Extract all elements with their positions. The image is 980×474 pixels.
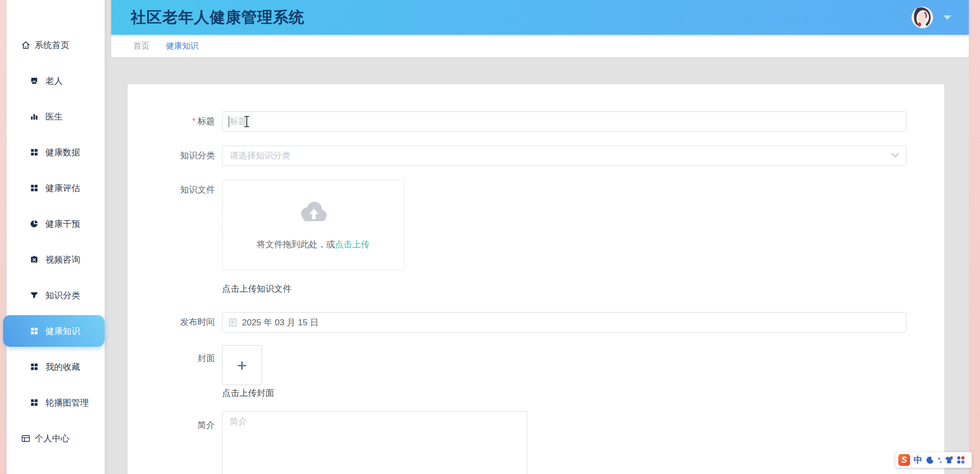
- sidebar-item-label: 系统首页: [35, 39, 69, 51]
- sidebar-item-label: 个人中心: [35, 433, 69, 444]
- intro-label: 简介: [128, 411, 222, 474]
- bar-chart-icon: [30, 112, 39, 121]
- sidebar-item-label: 健康数据: [45, 147, 80, 158]
- sidebar-item-health-knowledge[interactable]: 健康知识: [3, 315, 105, 347]
- form-row-cover: 封面 + 点击上传封面: [128, 345, 906, 399]
- home-icon: [21, 40, 31, 50]
- upload-link[interactable]: 点击上传: [335, 240, 370, 249]
- text-caret: [229, 116, 229, 127]
- window-edge-left: [0, 0, 7, 474]
- app-title: 社区老年人健康管理系统: [131, 7, 912, 28]
- clipboard-icon: [30, 255, 39, 264]
- sidebar-item-personal-center[interactable]: 个人中心: [7, 420, 105, 456]
- sidebar-item-label: 健康干预: [45, 218, 80, 230]
- sogou-logo-icon[interactable]: S: [898, 454, 910, 466]
- content-area: *标题 知识分类: [111, 57, 969, 474]
- sidebar-item-label: 视频咨询: [45, 254, 80, 266]
- upload-cloud-icon: [297, 200, 330, 224]
- sidebar-item-label: 知识分类: [45, 290, 80, 301]
- sidebar-item-label: 健康评估: [45, 182, 80, 194]
- avatar[interactable]: [912, 7, 933, 28]
- chevron-down-icon[interactable]: [943, 15, 951, 20]
- title-field-wrap: [222, 111, 906, 132]
- screen: 系统首页老人医生健康数据健康评估健康干预视频咨询知识分类健康知识我的收藏轮播图管…: [0, 0, 980, 474]
- sidebar-item-label: 健康知识: [45, 325, 80, 337]
- sidebar-item-label: 医生: [45, 111, 63, 123]
- cover-upload-box[interactable]: +: [222, 345, 262, 385]
- title-input[interactable]: [222, 111, 906, 132]
- grid-icon: [30, 148, 39, 157]
- moon-icon[interactable]: [926, 456, 934, 464]
- upload-dragger[interactable]: 将文件拖到此处，或点击上传: [222, 180, 404, 270]
- form-row-title: *标题: [128, 111, 906, 132]
- grid-icon: [30, 398, 39, 407]
- sidebar-item-video-consultation[interactable]: 视频咨询: [7, 242, 105, 277]
- grid-icon: [30, 326, 39, 336]
- date-field-wrap: [222, 312, 906, 333]
- form-row-intro: 简介: [128, 411, 906, 474]
- breadcrumb-current[interactable]: 健康知识: [166, 41, 199, 52]
- publish-date-input[interactable]: [222, 312, 906, 333]
- sidebar-item-health-assessment[interactable]: 健康评估: [7, 170, 105, 206]
- sidebar: 系统首页老人医生健康数据健康评估健康干预视频咨询知识分类健康知识我的收藏轮播图管…: [7, 0, 105, 474]
- cover-label: 封面: [128, 345, 222, 399]
- category-select[interactable]: [222, 146, 906, 166]
- form-row-date: 发布时间: [128, 312, 906, 333]
- ime-toolbar: S 中 °,: [895, 452, 972, 468]
- file-label: 知识文件: [128, 180, 222, 295]
- sidebar-item-label: 轮播图管理: [45, 397, 89, 409]
- skin-shirt-icon[interactable]: [945, 456, 953, 464]
- sidebar-item-my-favorites[interactable]: 我的收藏: [7, 349, 105, 385]
- sidebar-item-system-home[interactable]: 系统首页: [7, 27, 105, 63]
- sidebar-item-knowledge-category[interactable]: 知识分类: [7, 277, 105, 313]
- avatar-image: [912, 7, 933, 28]
- drag-text: 将文件拖到此处，或点击上传: [223, 239, 404, 250]
- sidebar-item-label: 我的收藏: [45, 361, 80, 373]
- elderly-icon: [30, 76, 39, 85]
- grid-icon: [30, 362, 39, 371]
- postcard-icon: [21, 434, 31, 443]
- breadcrumb: 首页 健康知识: [111, 35, 969, 57]
- required-asterisk: *: [192, 116, 195, 126]
- category-label: 知识分类: [128, 146, 222, 166]
- form-card: *标题 知识分类: [128, 84, 944, 474]
- pie-chart-icon: [30, 219, 39, 228]
- category-field-wrap: [222, 146, 906, 166]
- app-header: 社区老年人健康管理系统: [111, 0, 969, 35]
- sidebar-item-doctor[interactable]: 医生: [7, 99, 105, 134]
- sidebar-item-label: 老人: [45, 75, 63, 87]
- punctuation-icon[interactable]: °,: [938, 456, 941, 464]
- main-area: 社区老年人健康管理系统 首页 健康知识: [105, 0, 969, 474]
- user-area: [912, 7, 951, 28]
- form-row-category: 知识分类: [128, 146, 906, 166]
- sidebar-item-health-intervention[interactable]: 健康干预: [7, 206, 105, 242]
- ime-chinese-mode-icon[interactable]: 中: [914, 454, 922, 466]
- intro-field-wrap: [222, 411, 906, 474]
- cover-upload-tip: 点击上传封面: [222, 388, 906, 399]
- breadcrumb-home[interactable]: 首页: [133, 41, 150, 52]
- ime-menu-icon[interactable]: [957, 456, 965, 464]
- sidebar-item-carousel-management[interactable]: 轮播图管理: [7, 385, 105, 420]
- sidebar-item-health-data[interactable]: 健康数据: [7, 134, 105, 170]
- plus-icon: +: [237, 357, 247, 374]
- sidebar-item-elderly[interactable]: 老人: [7, 63, 105, 99]
- grid-icon: [30, 183, 39, 193]
- window-edge-right: [969, 0, 980, 474]
- form-row-file: 知识文件: [128, 180, 906, 295]
- cover-field-wrap: + 点击上传封面: [222, 345, 906, 399]
- date-label: 发布时间: [128, 312, 222, 333]
- title-label: *标题: [128, 111, 222, 132]
- filter-icon: [30, 291, 39, 300]
- file-upload-tip: 点击上传知识文件: [222, 283, 906, 295]
- intro-textarea[interactable]: [222, 411, 527, 474]
- file-field-wrap: 将文件拖到此处，或点击上传 点击上传知识文件: [222, 180, 906, 295]
- sidebar-nav: 系统首页老人医生健康数据健康评估健康干预视频咨询知识分类健康知识我的收藏轮播图管…: [7, 27, 105, 456]
